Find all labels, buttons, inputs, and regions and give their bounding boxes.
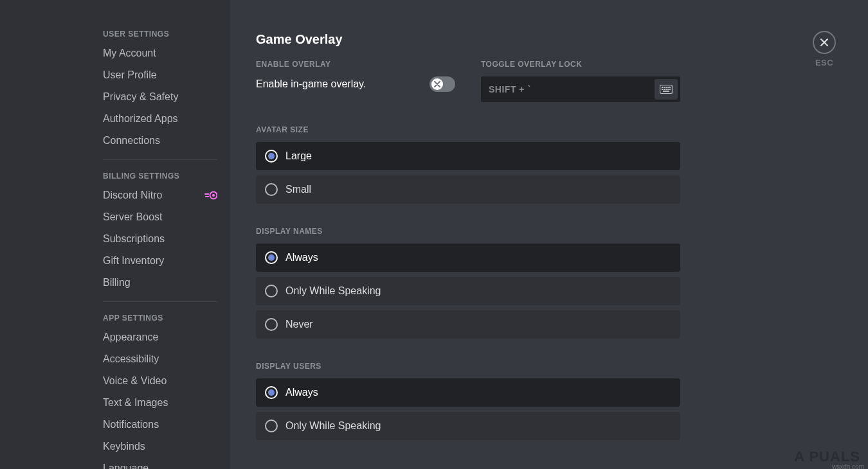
radio-label: Always bbox=[285, 387, 318, 398]
sidebar-item-label: Authorized Apps bbox=[103, 113, 178, 125]
svg-rect-13 bbox=[663, 91, 669, 92]
sidebar-item-label: Connections bbox=[103, 135, 160, 146]
avatar-size-header: AVATAR SIZE bbox=[256, 125, 680, 134]
display-users-header: DISPLAY USERS bbox=[256, 362, 680, 371]
display-names-group: AlwaysOnly While SpeakingNever bbox=[256, 243, 680, 339]
sidebar-item-voice-video[interactable]: Voice & Video bbox=[96, 370, 224, 392]
radio-circle-icon bbox=[265, 150, 278, 163]
close-label: ESC bbox=[813, 58, 836, 67]
enable-overlay-header: ENABLE OVERLAY bbox=[256, 60, 455, 69]
nitro-icon bbox=[204, 191, 217, 200]
sidebar-section-header: APP SETTINGS bbox=[96, 310, 224, 326]
display-users-group: AlwaysOnly While Speaking bbox=[256, 378, 680, 440]
source-note: wsxdn.com bbox=[832, 463, 864, 469]
settings-content: Game Overlay ENABLE OVERLAY Enable in-ga… bbox=[230, 0, 868, 469]
svg-rect-5 bbox=[665, 87, 667, 88]
radio-circle-icon bbox=[265, 183, 278, 196]
sidebar-item-server-boost[interactable]: Server Boost bbox=[96, 206, 224, 228]
sidebar-item-label: Accessibility bbox=[103, 353, 159, 365]
svg-rect-6 bbox=[667, 87, 669, 88]
sidebar-item-my-account[interactable]: My Account bbox=[96, 42, 224, 64]
display-names-option-always[interactable]: Always bbox=[256, 243, 680, 272]
svg-rect-4 bbox=[664, 87, 665, 88]
radio-label: Never bbox=[285, 319, 313, 330]
sidebar-item-label: Keybinds bbox=[103, 441, 145, 452]
sidebar-item-keybinds[interactable]: Keybinds bbox=[96, 436, 224, 457]
svg-rect-10 bbox=[665, 89, 667, 90]
radio-circle-icon bbox=[265, 285, 278, 297]
display-names-header: DISPLAY NAMES bbox=[256, 227, 680, 236]
avatar-size-option-large[interactable]: Large bbox=[256, 142, 680, 170]
radio-circle-icon bbox=[265, 318, 278, 331]
svg-point-1 bbox=[212, 194, 215, 197]
display-names-option-never[interactable]: Never bbox=[256, 310, 680, 339]
sidebar-item-billing[interactable]: Billing bbox=[96, 272, 224, 294]
svg-rect-12 bbox=[669, 89, 671, 90]
toggle-knob bbox=[431, 78, 443, 90]
radio-circle-icon bbox=[265, 420, 278, 432]
sidebar-section-header: USER SETTINGS bbox=[96, 26, 224, 42]
sidebar-item-label: Text & Images bbox=[103, 397, 168, 409]
close-button[interactable] bbox=[813, 31, 836, 54]
sidebar-item-notifications[interactable]: Notifications bbox=[96, 414, 224, 436]
radio-label: Only While Speaking bbox=[285, 285, 381, 297]
toggle-lock-header: TOGGLE OVERLAY LOCK bbox=[481, 60, 680, 69]
sidebar-item-label: Language bbox=[103, 463, 149, 469]
sidebar-item-connections[interactable]: Connections bbox=[96, 130, 224, 152]
settings-sidebar: USER SETTINGSMy AccountUser ProfilePriva… bbox=[0, 0, 230, 469]
keybind-value: SHIFT + ` bbox=[489, 84, 531, 94]
display-users-option-always[interactable]: Always bbox=[256, 378, 680, 407]
display-users-option-only-while-speaking[interactable]: Only While Speaking bbox=[256, 412, 680, 440]
svg-rect-9 bbox=[664, 89, 665, 90]
sidebar-divider bbox=[103, 159, 217, 160]
page-title: Game Overlay bbox=[256, 32, 680, 47]
sidebar-item-label: Billing bbox=[103, 277, 131, 288]
enable-overlay-toggle[interactable] bbox=[429, 76, 455, 92]
svg-rect-8 bbox=[662, 89, 663, 90]
radio-circle-icon bbox=[265, 386, 278, 399]
radio-label: Only While Speaking bbox=[285, 420, 381, 432]
sidebar-item-discord-nitro[interactable]: Discord Nitro bbox=[96, 184, 224, 206]
sidebar-item-subscriptions[interactable]: Subscriptions bbox=[96, 228, 224, 250]
sidebar-item-label: User Profile bbox=[103, 69, 157, 81]
sidebar-item-authorized-apps[interactable]: Authorized Apps bbox=[96, 108, 224, 130]
sidebar-item-label: Server Boost bbox=[103, 211, 162, 223]
sidebar-item-text-images[interactable]: Text & Images bbox=[96, 392, 224, 414]
radio-label: Large bbox=[285, 150, 312, 162]
sidebar-item-appearance[interactable]: Appearance bbox=[96, 326, 224, 348]
sidebar-section-header: BILLING SETTINGS bbox=[96, 168, 224, 184]
toggle-lock-keybind[interactable]: SHIFT + ` bbox=[481, 76, 680, 102]
radio-label: Always bbox=[285, 252, 318, 263]
sidebar-item-label: Subscriptions bbox=[103, 233, 165, 245]
sidebar-item-label: Discord Nitro bbox=[103, 190, 162, 201]
svg-rect-7 bbox=[669, 87, 671, 88]
sidebar-item-label: My Account bbox=[103, 48, 156, 59]
svg-rect-11 bbox=[667, 89, 669, 90]
radio-circle-icon bbox=[265, 251, 278, 264]
sidebar-item-privacy-safety[interactable]: Privacy & Safety bbox=[96, 86, 224, 108]
svg-rect-3 bbox=[662, 87, 663, 88]
sidebar-item-label: Gift Inventory bbox=[103, 255, 164, 267]
sidebar-item-label: Privacy & Safety bbox=[103, 91, 178, 103]
sidebar-item-user-profile[interactable]: User Profile bbox=[96, 64, 224, 86]
display-names-option-only-while-speaking[interactable]: Only While Speaking bbox=[256, 277, 680, 305]
enable-overlay-label: Enable in-game overlay. bbox=[256, 78, 366, 90]
sidebar-item-gift-inventory[interactable]: Gift Inventory bbox=[96, 250, 224, 272]
keyboard-icon bbox=[655, 79, 678, 100]
sidebar-divider bbox=[103, 301, 217, 302]
sidebar-item-label: Voice & Video bbox=[103, 375, 167, 387]
sidebar-item-label: Appearance bbox=[103, 332, 158, 343]
avatar-size-option-small[interactable]: Small bbox=[256, 175, 680, 204]
sidebar-item-accessibility[interactable]: Accessibility bbox=[96, 348, 224, 370]
avatar-size-group: LargeSmall bbox=[256, 142, 680, 204]
sidebar-item-label: Notifications bbox=[103, 419, 159, 430]
radio-label: Small bbox=[285, 184, 311, 195]
sidebar-item-language[interactable]: Language bbox=[96, 457, 224, 469]
